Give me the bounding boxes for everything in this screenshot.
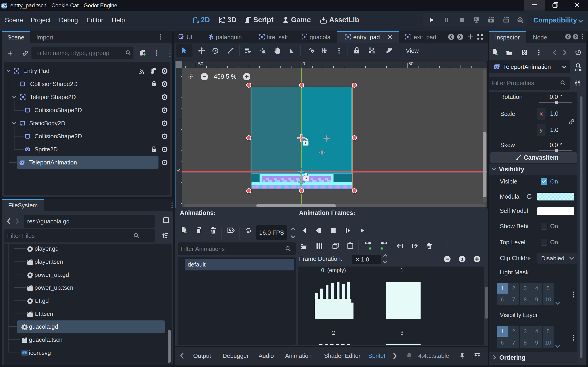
svg-text:1: 1	[461, 257, 464, 261]
svg-text:DOC: DOC	[575, 68, 582, 72]
